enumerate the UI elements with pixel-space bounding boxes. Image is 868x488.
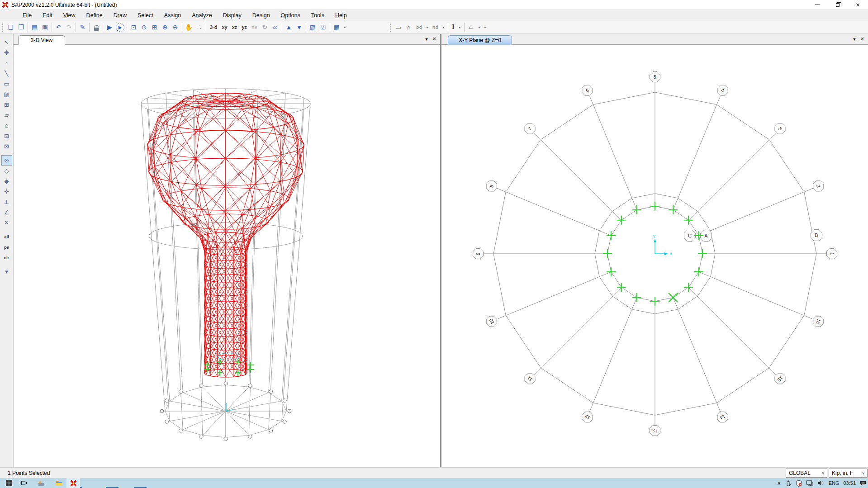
set-select-mode-icon[interactable]: ▧ [308, 22, 318, 32]
open-model-icon[interactable]: ❒ [16, 22, 26, 32]
snap-midpoints-icon[interactable]: ◆ [1, 176, 12, 186]
run-analysis-icon[interactable]: ▶ [104, 22, 115, 32]
undo-icon[interactable]: ↶ [53, 22, 64, 32]
tab-xy-plane[interactable]: X-Y Plane @ Z=0 [448, 35, 512, 45]
close-view-icon[interactable]: ✕ [860, 36, 864, 42]
run-animation-icon[interactable]: ▶ [116, 23, 124, 32]
view-dropdown-icon[interactable]: ▾ [853, 36, 856, 42]
quick-draw-braces-icon[interactable]: ▨ [1, 89, 12, 99]
assign-dropdown-caret[interactable]: ▾ [342, 25, 348, 29]
close-view-icon[interactable]: ✕ [432, 36, 436, 42]
snap-joints-icon[interactable]: ⊙ [1, 155, 12, 166]
view-yz-button[interactable]: yz [239, 22, 249, 32]
menu-view[interactable]: View [58, 10, 81, 20]
minimize-button[interactable] [807, 0, 827, 9]
pinned-app-button[interactable] [34, 478, 48, 488]
zoom-in-icon[interactable]: ⊕ [160, 22, 170, 32]
frame-section-caret[interactable]: ▾ [457, 25, 463, 29]
view-dropdown-icon[interactable]: ▾ [425, 36, 428, 42]
snap-intersections-icon[interactable]: ✛ [1, 186, 12, 197]
frame-section-button[interactable]: I [450, 22, 456, 32]
restore-button[interactable] [827, 0, 848, 9]
menu-draw[interactable]: Draw [108, 10, 132, 20]
save-model-icon[interactable]: ▤ [29, 22, 40, 32]
draw-rect-icon[interactable]: ▭ [393, 22, 403, 32]
perspective-icon[interactable]: ∞ [270, 22, 280, 32]
3d-view-canvas[interactable] [14, 45, 440, 467]
previous-selection-button[interactable]: ps [1, 242, 12, 252]
previous-zoom-icon[interactable]: ⊙ [139, 22, 149, 32]
rubber-band-zoom-icon[interactable]: ⊞ [149, 22, 160, 32]
lock-model-icon[interactable] [91, 22, 101, 32]
bridge-icon[interactable]: ∩ [403, 22, 414, 32]
named-view-button[interactable]: nv [249, 22, 260, 32]
action-center-icon[interactable] [860, 480, 867, 486]
menu-file[interactable]: File [17, 10, 37, 20]
tab-3d-view[interactable]: 3-D View [18, 35, 65, 45]
quick-draw-secondary-beams-icon[interactable]: ⊞ [1, 99, 12, 110]
pointer-tool-icon[interactable]: ↖ [1, 37, 12, 47]
view-xy-button[interactable]: xy [220, 22, 230, 32]
menu-design[interactable]: Design [247, 10, 275, 20]
redo-icon[interactable]: ↷ [64, 22, 74, 32]
start-button[interactable] [2, 478, 16, 488]
draw-special-joint-icon[interactable]: ▫ [1, 58, 12, 68]
zoom-out-icon[interactable]: ⊖ [170, 22, 180, 32]
menu-options[interactable]: Options [275, 10, 306, 20]
menu-help[interactable]: Help [330, 10, 352, 20]
move-up-gridline-icon[interactable]: ▲ [284, 22, 294, 32]
area-section-icon[interactable]: ▱ [466, 22, 476, 32]
xy-plane-canvas[interactable]: 12345678910111213141516CAByx [441, 45, 868, 467]
snap-lines-icon[interactable]: ✕ [1, 218, 12, 228]
draw-solid-icon[interactable]: ⊠ [1, 141, 12, 152]
truss-dropdown-caret[interactable]: ▾ [424, 25, 430, 29]
menu-assign[interactable]: Assign [159, 10, 187, 20]
language-indicator[interactable]: ENG [829, 480, 840, 486]
truss-icon[interactable]: ⋈ [414, 22, 424, 32]
refresh-window-icon[interactable]: ✎ [77, 22, 88, 32]
area-section-caret[interactable]: ▾ [476, 25, 482, 29]
quick-draw-area-icon[interactable]: ⊡ [1, 131, 12, 141]
pan-icon[interactable]: ✋ [184, 22, 194, 32]
view-3d-button[interactable]: 3-d [208, 22, 220, 32]
menu-edit[interactable]: Edit [37, 10, 58, 20]
rotate-view-icon[interactable]: ↻ [260, 22, 270, 32]
nd-dropdown-caret[interactable]: ▾ [441, 25, 446, 29]
shrink-objects-icon[interactable]: ∴ [194, 22, 204, 32]
snap-angle-icon[interactable]: ∠ [1, 207, 12, 218]
menu-display[interactable]: Display [218, 10, 247, 20]
draw-area-icon[interactable]: ⌂ [1, 120, 12, 131]
sap2000-taskbar-button[interactable] [66, 478, 80, 488]
tray-expand-icon[interactable]: ∧ [777, 480, 781, 486]
units-dropdown[interactable]: Kip, in, F ∨ [829, 469, 868, 478]
set-display-options-icon[interactable]: ☑ [318, 22, 328, 32]
draw-frame-icon[interactable]: ╲ [1, 68, 12, 79]
close-button[interactable]: ✕ [848, 0, 868, 9]
toolbar-grip[interactable] [390, 23, 392, 32]
menu-tools[interactable]: Tools [306, 10, 330, 20]
select-all-button[interactable]: all [1, 232, 12, 242]
title-bar[interactable]: SAP2000 v21.2.0 Ultimate 64-bit - (Untit… [0, 0, 868, 10]
view-xz-button[interactable]: xz [230, 22, 240, 32]
coordinate-system-dropdown[interactable]: GLOBAL ∨ [786, 469, 827, 478]
security-shield-icon[interactable] [796, 480, 802, 487]
reshape-tool-icon[interactable]: ✥ [1, 47, 12, 58]
snap-perpendicular-icon[interactable]: ⊥ [1, 197, 12, 207]
file-explorer-button[interactable] [52, 478, 66, 488]
draw-poly-area-icon[interactable]: ▱ [1, 110, 12, 120]
menu-analyze[interactable]: Analyze [186, 10, 217, 20]
more-tools-icon[interactable]: ▾ [1, 266, 12, 277]
nd-button[interactable]: nd [430, 22, 441, 32]
restore-full-view-icon[interactable]: ⊡ [128, 22, 139, 32]
speaker-icon[interactable] [817, 480, 825, 486]
menu-select[interactable]: Select [132, 10, 159, 20]
clear-selection-button[interactable]: clr [1, 252, 12, 263]
toolbar-grip[interactable] [2, 23, 4, 32]
network-icon[interactable] [806, 480, 813, 486]
task-view-button[interactable] [16, 478, 30, 488]
print-icon[interactable]: ▣ [40, 22, 50, 32]
menu-define[interactable]: Define [81, 10, 108, 20]
more-sections-caret[interactable]: ▾ [482, 25, 488, 29]
usb-device-icon[interactable] [785, 480, 792, 487]
snap-ends-icon[interactable]: ◇ [1, 166, 12, 176]
